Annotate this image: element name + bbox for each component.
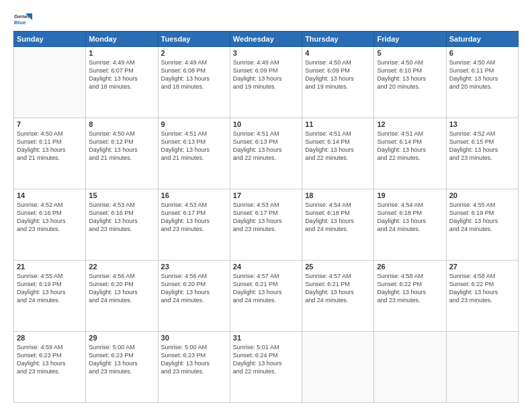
day-number: 1: [89, 49, 154, 57]
day-info: Sunrise: 4:58 AM Sunset: 6:22 PM Dayligh…: [449, 272, 515, 305]
logo: General Blue: [13, 11, 35, 26]
day-number: 30: [161, 334, 227, 342]
weekday-header-row: SundayMondayTuesdayWednesdayThursdayFrid…: [14, 32, 519, 47]
day-info: Sunrise: 4:50 AM Sunset: 6:11 PM Dayligh…: [449, 58, 515, 91]
day-info: Sunrise: 4:57 AM Sunset: 6:21 PM Dayligh…: [305, 272, 371, 305]
day-number: 4: [305, 49, 371, 57]
day-info: Sunrise: 4:51 AM Sunset: 6:14 PM Dayligh…: [377, 130, 443, 163]
calendar-cell: 31Sunrise: 5:01 AM Sunset: 6:24 PM Dayli…: [230, 332, 302, 403]
header: General Blue: [13, 11, 519, 26]
day-info: Sunrise: 4:52 AM Sunset: 6:16 PM Dayligh…: [17, 201, 83, 234]
calendar-cell: 28Sunrise: 4:59 AM Sunset: 6:23 PM Dayli…: [14, 332, 86, 403]
weekday-header-friday: Friday: [374, 32, 446, 47]
calendar-cell: 26Sunrise: 4:58 AM Sunset: 6:22 PM Dayli…: [374, 261, 446, 332]
calendar-cell: 29Sunrise: 5:00 AM Sunset: 6:23 PM Dayli…: [86, 332, 158, 403]
calendar-cell: 15Sunrise: 4:53 AM Sunset: 6:16 PM Dayli…: [86, 189, 158, 261]
day-number: 13: [449, 120, 515, 128]
page: General Blue SundayMondayTuesdayWednesda…: [0, 0, 532, 411]
calendar-cell: 6Sunrise: 4:50 AM Sunset: 6:11 PM Daylig…: [446, 47, 518, 118]
day-number: 17: [233, 191, 299, 199]
day-info: Sunrise: 4:50 AM Sunset: 6:10 PM Dayligh…: [377, 58, 443, 91]
calendar-cell: [14, 47, 86, 118]
calendar-table: SundayMondayTuesdayWednesdayThursdayFrid…: [13, 31, 519, 403]
day-info: Sunrise: 4:51 AM Sunset: 6:13 PM Dayligh…: [161, 130, 227, 163]
calendar-cell: 4Sunrise: 4:50 AM Sunset: 6:09 PM Daylig…: [302, 47, 374, 118]
day-info: Sunrise: 4:51 AM Sunset: 6:13 PM Dayligh…: [233, 130, 299, 163]
calendar-cell: [446, 332, 518, 403]
day-number: 2: [161, 49, 227, 57]
day-number: 18: [305, 191, 371, 199]
calendar-cell: 12Sunrise: 4:51 AM Sunset: 6:14 PM Dayli…: [374, 118, 446, 189]
day-info: Sunrise: 4:51 AM Sunset: 6:14 PM Dayligh…: [305, 130, 371, 163]
day-number: 27: [449, 263, 515, 271]
calendar-cell: [302, 332, 374, 403]
day-number: 9: [161, 120, 227, 128]
calendar-cell: 24Sunrise: 4:57 AM Sunset: 6:21 PM Dayli…: [230, 261, 302, 332]
day-info: Sunrise: 5:01 AM Sunset: 6:24 PM Dayligh…: [233, 343, 299, 376]
weekday-header-sunday: Sunday: [14, 32, 86, 47]
day-info: Sunrise: 4:57 AM Sunset: 6:21 PM Dayligh…: [233, 272, 299, 305]
day-info: Sunrise: 4:56 AM Sunset: 6:20 PM Dayligh…: [161, 272, 227, 305]
calendar-cell: 1Sunrise: 4:49 AM Sunset: 6:07 PM Daylig…: [86, 47, 158, 118]
weekday-header-thursday: Thursday: [302, 32, 374, 47]
calendar-cell: 13Sunrise: 4:52 AM Sunset: 6:15 PM Dayli…: [446, 118, 518, 189]
day-number: 23: [161, 263, 227, 271]
day-number: 14: [17, 191, 83, 199]
calendar-cell: 5Sunrise: 4:50 AM Sunset: 6:10 PM Daylig…: [374, 47, 446, 118]
day-info: Sunrise: 4:49 AM Sunset: 6:09 PM Dayligh…: [233, 58, 299, 91]
calendar-cell: 2Sunrise: 4:49 AM Sunset: 6:08 PM Daylig…: [158, 47, 230, 118]
day-info: Sunrise: 4:50 AM Sunset: 6:11 PM Dayligh…: [17, 130, 83, 163]
calendar-cell: 21Sunrise: 4:55 AM Sunset: 6:19 PM Dayli…: [14, 261, 86, 332]
calendar-cell: 3Sunrise: 4:49 AM Sunset: 6:09 PM Daylig…: [230, 47, 302, 118]
calendar-cell: 14Sunrise: 4:52 AM Sunset: 6:16 PM Dayli…: [14, 189, 86, 261]
day-number: 24: [233, 263, 299, 271]
week-row-1: 7Sunrise: 4:50 AM Sunset: 6:11 PM Daylig…: [14, 118, 519, 189]
calendar-cell: 22Sunrise: 4:56 AM Sunset: 6:20 PM Dayli…: [86, 261, 158, 332]
logo-icon: General Blue: [13, 11, 32, 26]
day-number: 15: [89, 191, 154, 199]
day-number: 3: [233, 49, 299, 57]
day-number: 22: [89, 263, 154, 271]
day-number: 10: [233, 120, 299, 128]
day-info: Sunrise: 4:53 AM Sunset: 6:17 PM Dayligh…: [233, 201, 299, 234]
day-number: 31: [233, 334, 299, 342]
day-number: 21: [17, 263, 83, 271]
calendar-cell: 25Sunrise: 4:57 AM Sunset: 6:21 PM Dayli…: [302, 261, 374, 332]
day-info: Sunrise: 4:53 AM Sunset: 6:17 PM Dayligh…: [161, 201, 227, 234]
weekday-header-saturday: Saturday: [446, 32, 518, 47]
weekday-header-tuesday: Tuesday: [158, 32, 230, 47]
day-info: Sunrise: 5:00 AM Sunset: 6:23 PM Dayligh…: [89, 343, 154, 376]
day-info: Sunrise: 4:49 AM Sunset: 6:07 PM Dayligh…: [89, 58, 154, 91]
day-info: Sunrise: 4:55 AM Sunset: 6:19 PM Dayligh…: [17, 272, 83, 305]
calendar-cell: [374, 332, 446, 403]
calendar-cell: 20Sunrise: 4:55 AM Sunset: 6:19 PM Dayli…: [446, 189, 518, 261]
day-number: 6: [449, 49, 515, 57]
day-number: 26: [377, 263, 443, 271]
day-info: Sunrise: 5:00 AM Sunset: 6:23 PM Dayligh…: [161, 343, 227, 376]
day-number: 11: [305, 120, 371, 128]
week-row-0: 1Sunrise: 4:49 AM Sunset: 6:07 PM Daylig…: [14, 47, 519, 118]
svg-text:Blue: Blue: [14, 19, 26, 26]
day-info: Sunrise: 4:50 AM Sunset: 6:09 PM Dayligh…: [305, 58, 371, 91]
day-info: Sunrise: 4:59 AM Sunset: 6:23 PM Dayligh…: [17, 343, 83, 376]
day-info: Sunrise: 4:54 AM Sunset: 6:18 PM Dayligh…: [305, 201, 371, 234]
calendar-cell: 9Sunrise: 4:51 AM Sunset: 6:13 PM Daylig…: [158, 118, 230, 189]
calendar-cell: 7Sunrise: 4:50 AM Sunset: 6:11 PM Daylig…: [14, 118, 86, 189]
day-number: 20: [449, 191, 515, 199]
week-row-3: 21Sunrise: 4:55 AM Sunset: 6:19 PM Dayli…: [14, 261, 519, 332]
calendar-cell: 16Sunrise: 4:53 AM Sunset: 6:17 PM Dayli…: [158, 189, 230, 261]
calendar-cell: 30Sunrise: 5:00 AM Sunset: 6:23 PM Dayli…: [158, 332, 230, 403]
day-info: Sunrise: 4:54 AM Sunset: 6:18 PM Dayligh…: [377, 201, 443, 234]
day-info: Sunrise: 4:52 AM Sunset: 6:15 PM Dayligh…: [449, 130, 515, 163]
calendar-cell: 8Sunrise: 4:50 AM Sunset: 6:12 PM Daylig…: [86, 118, 158, 189]
calendar-cell: 10Sunrise: 4:51 AM Sunset: 6:13 PM Dayli…: [230, 118, 302, 189]
day-number: 7: [17, 120, 83, 128]
day-number: 12: [377, 120, 443, 128]
day-number: 28: [17, 334, 83, 342]
day-number: 29: [89, 334, 154, 342]
weekday-header-monday: Monday: [86, 32, 158, 47]
week-row-4: 28Sunrise: 4:59 AM Sunset: 6:23 PM Dayli…: [14, 332, 519, 403]
calendar-cell: 11Sunrise: 4:51 AM Sunset: 6:14 PM Dayli…: [302, 118, 374, 189]
day-info: Sunrise: 4:50 AM Sunset: 6:12 PM Dayligh…: [89, 130, 154, 163]
calendar-cell: 23Sunrise: 4:56 AM Sunset: 6:20 PM Dayli…: [158, 261, 230, 332]
